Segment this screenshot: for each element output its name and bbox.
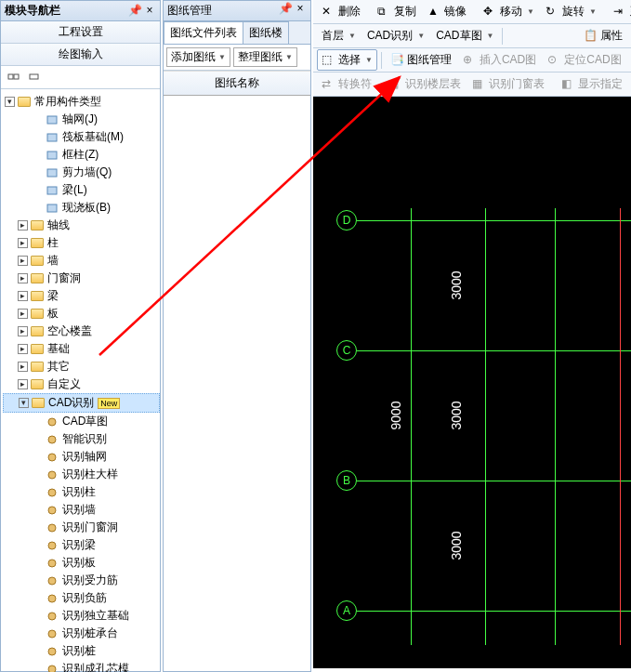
tree-cad-item[interactable]: 识别柱 <box>3 483 160 501</box>
window-icon: ▦ <box>472 77 486 91</box>
expand-icon[interactable]: ▸ <box>18 326 28 336</box>
expand-icon[interactable]: ▸ <box>18 309 28 319</box>
collapse-icon[interactable]: ▾ <box>5 97 15 107</box>
folder-icon <box>31 397 46 410</box>
tree-folder[interactable]: ▸其它 <box>3 358 160 376</box>
chevron-down-icon: ▼ <box>285 53 293 61</box>
tree-cad-item[interactable]: 识别墙 <box>3 501 160 519</box>
property-button[interactable]: 📋属性 <box>579 25 627 46</box>
svg-rect-8 <box>47 204 57 212</box>
tree-cad-item[interactable]: 识别桩 <box>3 642 160 660</box>
tree-cad-item[interactable]: CAD草图 <box>3 413 160 430</box>
floor-table-button[interactable]: ▦识别楼层表 <box>384 73 466 95</box>
cad-item-icon <box>45 486 59 499</box>
draw-section-button[interactable]: 绘图输入 <box>1 44 160 66</box>
expand-all-icon[interactable] <box>5 69 23 86</box>
tree-item[interactable]: 现浇板(B) <box>3 199 160 217</box>
tree-cad-item[interactable]: 识别桩承台 <box>3 625 160 642</box>
expand-icon[interactable]: ▸ <box>18 220 28 231</box>
close-icon[interactable]: × <box>294 3 307 16</box>
expand-icon[interactable]: ▸ <box>18 362 28 372</box>
tab-file-list[interactable]: 图纸文件列表 <box>164 21 243 44</box>
tree-item[interactable]: 剪力墙(Q) <box>3 164 160 181</box>
extend-icon: ⇥ <box>613 5 627 19</box>
tree-folder[interactable]: ▸墙 <box>3 252 160 270</box>
tree-folder[interactable]: ▸基础 <box>3 340 160 358</box>
svg-rect-0 <box>8 74 13 79</box>
tree-cad-item[interactable]: 识别轴网 <box>3 448 160 466</box>
floor-dropdown[interactable]: 首层▼ <box>317 25 361 46</box>
pin-icon[interactable]: 📌 <box>128 5 141 18</box>
tree-folder[interactable]: ▸板 <box>3 305 160 323</box>
tab-floor[interactable]: 图纸楼 <box>243 21 289 44</box>
tree-folder[interactable]: ▸自定义 <box>3 376 160 393</box>
tree-folder[interactable]: ▸柱 <box>3 234 160 252</box>
cad-draft-dropdown[interactable]: CAD草图▼ <box>431 25 498 46</box>
expand-icon[interactable]: ▸ <box>18 379 28 389</box>
tree-folder[interactable]: ▸梁 <box>3 287 160 305</box>
grid-line-a <box>357 611 631 612</box>
select-button[interactable]: ⬚选择▼ <box>317 49 377 71</box>
copy-button[interactable]: ⧉复制 <box>373 1 421 22</box>
tree-cad-item[interactable]: 识别柱大样 <box>3 466 160 483</box>
tree-cad-item[interactable]: 识别门窗洞 <box>3 519 160 536</box>
locate-cad-button[interactable]: ⊙定位CAD图 <box>543 49 625 71</box>
tree-folder[interactable]: ▸轴线 <box>3 217 160 234</box>
cad-rec-dropdown[interactable]: CAD识别▼ <box>362 25 429 46</box>
tree-item[interactable]: 筏板基础(M) <box>3 128 160 146</box>
cad-canvas[interactable]: D C B A 3000 9000 3000 3000 <box>313 97 631 668</box>
mirror-button[interactable]: ▲镜像 <box>423 1 471 22</box>
expand-icon[interactable]: ▸ <box>18 238 28 248</box>
tree-label: CAD草图 <box>62 414 108 429</box>
expand-icon[interactable]: ▸ <box>18 273 28 283</box>
folder-icon <box>30 325 45 338</box>
organize-drawing-dropdown[interactable]: 整理图纸▼ <box>233 47 297 67</box>
rotate-button[interactable]: ↻旋转▼ <box>541 1 601 22</box>
folder-icon <box>30 219 45 232</box>
tree-label: 识别桩 <box>62 643 96 659</box>
insert-cad-button[interactable]: ⊕插入CAD图 <box>458 49 541 71</box>
convert-button[interactable]: ⇄转换符 <box>317 73 376 95</box>
tree-cad-item[interactable]: 识别受力筋 <box>3 572 160 589</box>
move-button[interactable]: ✥移动▼ <box>479 1 539 22</box>
show-button[interactable]: ◧显示指定 <box>557 73 627 95</box>
chevron-down-icon: ▼ <box>589 7 597 16</box>
tree-cad-item[interactable]: 识别板 <box>3 554 160 572</box>
tree-cad-rec[interactable]: ▾ CAD识别 New <box>3 393 160 413</box>
tree-folder[interactable]: ▸门窗洞 <box>3 270 160 287</box>
tree-item[interactable]: 轴网(J) <box>3 111 160 128</box>
tree-cad-item[interactable]: 识别负筋 <box>3 589 160 607</box>
svg-point-9 <box>48 418 56 426</box>
collapse-all-icon[interactable] <box>25 69 44 86</box>
expand-icon[interactable]: ▸ <box>18 256 28 266</box>
svg-point-23 <box>48 665 56 673</box>
proj-section-button[interactable]: 工程设置 <box>1 21 160 44</box>
extend-button[interactable]: ⇥延伸 <box>609 1 631 22</box>
tree-item[interactable]: 框柱(Z) <box>3 146 160 164</box>
folder-icon <box>30 361 45 374</box>
tree-cad-item[interactable]: 识别梁 <box>3 536 160 554</box>
collapse-icon[interactable]: ▾ <box>19 398 29 408</box>
window-table-button[interactable]: ▦识别门窗表 <box>467 73 549 95</box>
component-icon <box>45 166 59 179</box>
expand-icon[interactable]: ▸ <box>18 344 28 354</box>
cad-item-icon <box>45 468 59 481</box>
tree-label: 现浇板(B) <box>62 200 111 216</box>
locate-icon: ⊙ <box>547 53 561 67</box>
tree-cad-item[interactable]: 智能识别 <box>3 430 160 448</box>
pin-icon[interactable]: 📌 <box>279 3 292 16</box>
tree-cad-item[interactable]: 识别独立基础 <box>3 607 160 625</box>
folder-icon <box>30 237 45 250</box>
delete-button[interactable]: ✕删除 <box>317 1 365 22</box>
toolbar-row-2: 首层▼ CAD识别▼ CAD草图▼ 📋属性 <box>313 24 631 48</box>
drawing-manage-button[interactable]: 📑图纸管理 <box>386 49 456 71</box>
tree-folder[interactable]: ▸空心楼盖 <box>3 323 160 340</box>
tree-label: 筏板基础(M) <box>62 129 124 145</box>
tree-item[interactable]: 梁(L) <box>3 181 160 199</box>
expand-icon[interactable]: ▸ <box>18 291 28 301</box>
tree-label: 剪力墙(Q) <box>62 165 112 180</box>
tree-root[interactable]: ▾ 常用构件类型 <box>3 93 160 111</box>
tree-cad-item[interactable]: 识别成孔芯模 <box>3 660 160 672</box>
close-icon[interactable]: × <box>143 5 156 18</box>
add-drawing-dropdown[interactable]: 添加图纸▼ <box>166 47 230 67</box>
